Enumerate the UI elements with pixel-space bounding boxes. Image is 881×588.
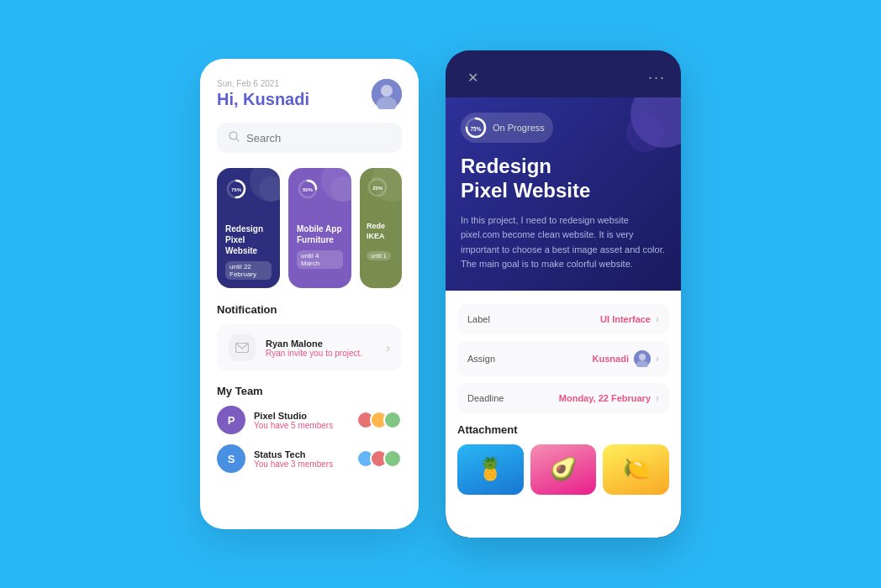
detail-deadline-row[interactable]: Deadline Monday, 22 February › [457, 383, 669, 413]
notif-message: Ryan invite you to project. [266, 349, 376, 358]
notification-section-title: Notification [217, 303, 402, 316]
notif-arrow-icon: › [386, 341, 390, 354]
cards-row: 75% Redesign Pixel Website until 22 Febr… [217, 168, 402, 288]
card-date-2: until 4 March [297, 250, 343, 269]
project-card-2[interactable]: 50% Mobile App Furniture until 4 March [288, 168, 351, 288]
date-label: Sun, Feb 6 2021 [217, 79, 309, 88]
svg-point-19 [639, 354, 646, 360]
detail-label-row[interactable]: Label UI Interface › [457, 304, 669, 334]
notif-name: Ryan Malone [266, 339, 376, 349]
attachment-title: Attachment [457, 423, 669, 436]
project-title: RedesignPixel Website [461, 155, 666, 203]
search-bar[interactable] [217, 123, 402, 153]
deadline-field-value: Monday, 22 February › [559, 392, 659, 404]
lemon-icon: 🍋 [623, 456, 650, 482]
hero-section: 75% On Progress RedesignPixel Website In… [446, 97, 681, 291]
assign-field-name: Assign [467, 354, 495, 364]
team-name-1: Pixel Studio [254, 411, 348, 421]
notification-content: Ryan Malone Ryan invite you to project. [266, 339, 376, 358]
mini-avatar [383, 449, 402, 468]
notification-card[interactable]: Ryan Malone Ryan invite you to project. … [217, 324, 402, 371]
project-description: In this project, I need to redesign webs… [461, 213, 666, 272]
team-item-2[interactable]: S Status Tech You have 3 members [217, 444, 402, 473]
card-date-3: until 1 [367, 251, 391, 260]
progress-label: On Progress [493, 123, 545, 133]
mini-avatar [383, 411, 402, 429]
svg-text:75%: 75% [231, 187, 242, 192]
team-sub-2: You have 3 members [254, 459, 348, 469]
avocado-icon: 🥑 [550, 456, 577, 482]
team-info-1: Pixel Studio You have 5 members [254, 411, 348, 430]
team-list: P Pixel Studio You have 5 members S Stat… [217, 406, 402, 473]
pineapple-icon: 🍍 [477, 456, 504, 482]
team-badge-2: S [217, 444, 245, 473]
team-item-1[interactable]: P Pixel Studio You have 5 members [217, 406, 402, 434]
right-body: Label UI Interface › Assign Kusnadi › [446, 291, 681, 538]
avatar [372, 79, 402, 109]
card-title-3: RedeIKEA [367, 222, 397, 241]
svg-text:75%: 75% [470, 126, 481, 132]
deadline-arrow-icon: › [656, 392, 659, 404]
team-avatars-2 [356, 449, 402, 468]
phone-header: Sun, Feb 6 2021 Hi, Kusnadi [217, 79, 402, 109]
deadline-field-name: Deadline [467, 393, 504, 403]
right-phone: ✕ ··· 75% On Progress RedesignPixel Webs… [446, 50, 681, 538]
right-header: ✕ ··· [446, 50, 681, 97]
greeting-text: Hi, Kusnadi [217, 90, 309, 109]
team-section-title: My Team [217, 385, 402, 397]
hero-blob-2 [626, 114, 664, 152]
assign-arrow-icon: › [656, 353, 659, 365]
card-title-2: Mobile App Furniture [297, 223, 343, 245]
project-card-1[interactable]: 75% Redesign Pixel Website until 22 Febr… [217, 168, 280, 288]
detail-assign-row[interactable]: Assign Kusnadi › [457, 341, 669, 376]
team-name-2: Status Tech [254, 449, 348, 459]
card-date-1: until 22 February [225, 261, 272, 280]
card-title-1: Redesign Pixel Website [225, 223, 272, 256]
project-card-3[interactable]: 25% RedeIKEA until 1 [360, 168, 402, 288]
progress-ring: 75% [464, 116, 488, 139]
attachment-avocado[interactable]: 🥑 [530, 444, 597, 495]
close-button[interactable]: ✕ [461, 66, 484, 89]
svg-text:50%: 50% [303, 187, 314, 192]
greeting-block: Sun, Feb 6 2021 Hi, Kusnadi [217, 79, 309, 109]
label-field-name: Label [467, 314, 490, 324]
team-badge-1: P [217, 406, 245, 434]
team-info-2: Status Tech You have 3 members [254, 449, 348, 469]
team-avatars-1 [356, 411, 402, 429]
more-options-button[interactable]: ··· [648, 69, 666, 87]
mail-icon [229, 334, 256, 361]
attachment-lemon[interactable]: 🍋 [603, 444, 669, 495]
svg-point-1 [381, 85, 393, 97]
progress-pill: 75% On Progress [461, 113, 553, 143]
assign-avatar [634, 350, 651, 367]
team-sub-1: You have 5 members [254, 421, 348, 430]
search-input[interactable] [246, 132, 390, 144]
svg-line-4 [236, 139, 239, 141]
label-field-value: UI Interface › [600, 313, 659, 325]
assign-field-value: Kusnadi › [593, 350, 659, 367]
attachment-grid: 🍍 🥑 🍋 [457, 444, 669, 495]
search-icon [229, 131, 240, 144]
attachment-pineapple[interactable]: 🍍 [457, 444, 524, 495]
left-phone: Sun, Feb 6 2021 Hi, Kusnadi [200, 59, 419, 529]
label-arrow-icon: › [656, 313, 659, 325]
